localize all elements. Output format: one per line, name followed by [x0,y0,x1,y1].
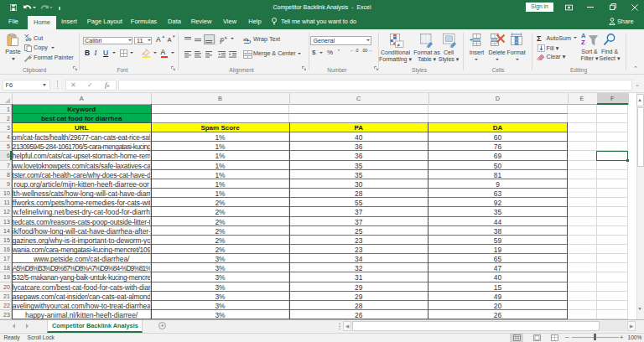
svg-text:ab: ab [220,36,226,44]
svg-text:≠: ≠ [397,41,400,47]
